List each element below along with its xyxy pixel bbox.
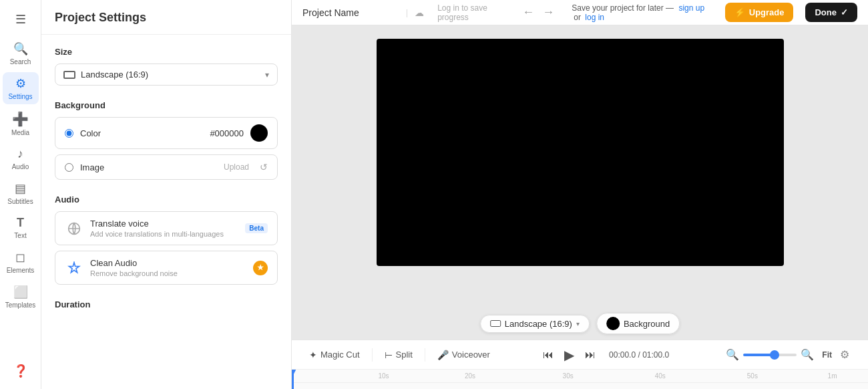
background-color-circle[interactable]: [250, 124, 268, 142]
landscape-pill[interactable]: Landscape (16:9) ▾: [480, 315, 590, 333]
sidebar-item-elements[interactable]: ◻ Elements: [3, 246, 39, 278]
size-dropdown[interactable]: Landscape (16:9) ▾: [55, 63, 278, 86]
cloud-icon: ☁: [415, 7, 424, 18]
translate-voice-item[interactable]: Translate voice Add voice translations i…: [55, 211, 278, 245]
sidebar-item-settings[interactable]: ⚙ Settings: [3, 72, 39, 104]
magic-cut-button[interactable]: ✦ Magic Cut: [302, 346, 367, 364]
settings-panel-body: Size Landscape (16:9) ▾ Background Color…: [41, 35, 291, 389]
fast-forward-button[interactable]: ⏭: [582, 346, 598, 364]
landscape-pill-label: Landscape (16:9): [505, 319, 572, 329]
beta-badge: Beta: [245, 223, 268, 233]
fit-button[interactable]: Fit: [818, 348, 836, 362]
timeline-track[interactable]: 10s 20s 30s 40s 50s 1m ＋ + Add media to …: [292, 370, 868, 389]
sidebar-label-audio: Audio: [12, 163, 29, 170]
background-pill-color: [606, 317, 620, 330]
search-icon: 🔍: [13, 41, 28, 56]
background-image-radio[interactable]: [65, 163, 73, 172]
landscape-pill-icon: [490, 320, 501, 327]
toolbar-row: ✦ Magic Cut ⊢ Split 🎤 Voiceover ⏮ ▶ ⏭ 00…: [292, 340, 868, 370]
background-upload-button[interactable]: Upload: [224, 162, 249, 172]
split-label: Split: [396, 350, 413, 360]
background-image-label: Image: [80, 162, 104, 172]
background-color-option[interactable]: Color #000000: [55, 117, 278, 149]
magic-cut-label: Magic Cut: [320, 350, 360, 360]
help-icon: ❓: [13, 364, 28, 378]
ruler-30s: 30s: [563, 372, 574, 380]
sidebar-label-text: Text: [14, 232, 26, 239]
rewind-button[interactable]: ⏮: [540, 346, 556, 364]
duration-section: Duration: [55, 299, 278, 309]
background-color-radio[interactable]: [65, 129, 73, 138]
icon-sidebar: ☰ 🔍 Search ⚙ Settings ➕ Media ♪ Audio ▤ …: [0, 0, 41, 389]
clean-audio-title: Clean Audio: [90, 258, 246, 268]
done-button[interactable]: Done ✓: [805, 3, 857, 22]
upgrade-button[interactable]: ⚡ Upgrade: [725, 3, 794, 22]
media-icon: ➕: [12, 111, 29, 127]
text-icon: T: [17, 216, 24, 230]
sidebar-item-media[interactable]: ➕ Media: [3, 107, 39, 140]
save-text: Save your project for later — sign up or…: [572, 3, 710, 22]
pro-badge: ★: [253, 261, 268, 275]
project-name-input[interactable]: [302, 7, 399, 18]
menu-icon[interactable]: ☰: [10, 7, 31, 32]
timeline-right-controls: 🔍 🔍 Fit ⚙: [718, 348, 857, 362]
split-button[interactable]: ⊢ Split: [378, 346, 419, 364]
landscape-chevron-icon: ▾: [576, 320, 580, 328]
size-section-label: Size: [55, 47, 278, 57]
playhead: [292, 370, 294, 389]
sidebar-item-audio[interactable]: ♪ Audio: [3, 143, 39, 174]
sidebar-label-elements: Elements: [7, 267, 35, 274]
split-icon: ⊢: [385, 350, 393, 360]
background-pill-label: Background: [624, 319, 670, 329]
sidebar-item-text[interactable]: T Text: [3, 212, 39, 243]
bottom-bar: ✦ Magic Cut ⊢ Split 🎤 Voiceover ⏮ ▶ ⏭ 00…: [292, 340, 868, 389]
ruler-50s: 50s: [747, 372, 758, 380]
background-refresh-icon[interactable]: ↺: [260, 162, 268, 172]
translate-voice-title: Translate voice: [90, 219, 238, 229]
clean-audio-icon: [65, 259, 83, 277]
log-in-link[interactable]: log in: [585, 13, 604, 22]
sidebar-item-help[interactable]: ❓: [3, 360, 39, 382]
background-image-option[interactable]: Image Upload ↺: [55, 154, 278, 180]
main-area: | ☁ Log in to save progress ← → Save you…: [292, 0, 868, 389]
audio-icon: ♪: [17, 147, 23, 161]
subtitles-icon: ▤: [15, 181, 26, 196]
translate-voice-icon: [65, 219, 83, 238]
voiceover-icon: 🎤: [437, 350, 449, 360]
sidebar-label-templates: Templates: [5, 301, 36, 309]
timeline-area: 10s 20s 30s 40s 50s 1m ＋ + Add media to …: [292, 370, 868, 389]
preview-area: Landscape (16:9) ▾ Background: [292, 25, 868, 340]
translate-voice-desc: Add voice translations in multi-language…: [90, 230, 238, 238]
elements-icon: ◻: [15, 250, 25, 265]
top-bar: | ☁ Log in to save progress ← → Save you…: [292, 0, 868, 25]
audio-section-label: Audio: [55, 194, 278, 205]
sidebar-label-media: Media: [11, 129, 29, 136]
zoom-in-icon[interactable]: 🔍: [801, 348, 814, 361]
settings-panel: Project Settings Size Landscape (16:9) ▾…: [41, 0, 292, 389]
sidebar-item-search[interactable]: 🔍 Search: [3, 37, 39, 70]
sidebar-item-subtitles[interactable]: ▤ Subtitles: [3, 177, 39, 209]
voiceover-button[interactable]: 🎤 Voiceover: [431, 346, 497, 364]
play-button[interactable]: ▶: [562, 344, 577, 366]
landscape-icon: [63, 71, 75, 79]
current-time: 00:00.0 / 01:00.0: [609, 350, 669, 360]
zoom-slider[interactable]: [743, 354, 797, 356]
settings-panel-header: Project Settings: [41, 0, 291, 35]
done-check-icon: ✓: [841, 7, 848, 17]
timeline-ruler: 10s 20s 30s 40s 50s 1m: [292, 370, 868, 383]
done-label: Done: [815, 7, 837, 17]
background-pill[interactable]: Background: [596, 313, 680, 334]
preview-controls-bar: Landscape (16:9) ▾ Background: [480, 313, 680, 334]
sidebar-item-templates[interactable]: ⬜ Templates: [3, 281, 39, 313]
toolbar-separator-1: [372, 348, 373, 362]
undo-button[interactable]: ←: [519, 3, 537, 22]
upgrade-icon: ⚡: [734, 7, 745, 17]
clean-audio-item[interactable]: Clean Audio Remove background noise ★: [55, 251, 278, 285]
sign-up-link[interactable]: sign up: [678, 3, 704, 13]
playback-controls: ⏮ ▶ ⏭ 00:00.0 / 01:00.0: [499, 344, 715, 366]
clean-audio-text: Clean Audio Remove background noise: [90, 258, 246, 277]
add-media-area[interactable]: ＋ + Add media to this project: [292, 383, 868, 389]
zoom-out-icon[interactable]: 🔍: [726, 348, 739, 361]
redo-button[interactable]: →: [539, 3, 557, 22]
timeline-settings-icon[interactable]: ⚙: [840, 348, 849, 361]
